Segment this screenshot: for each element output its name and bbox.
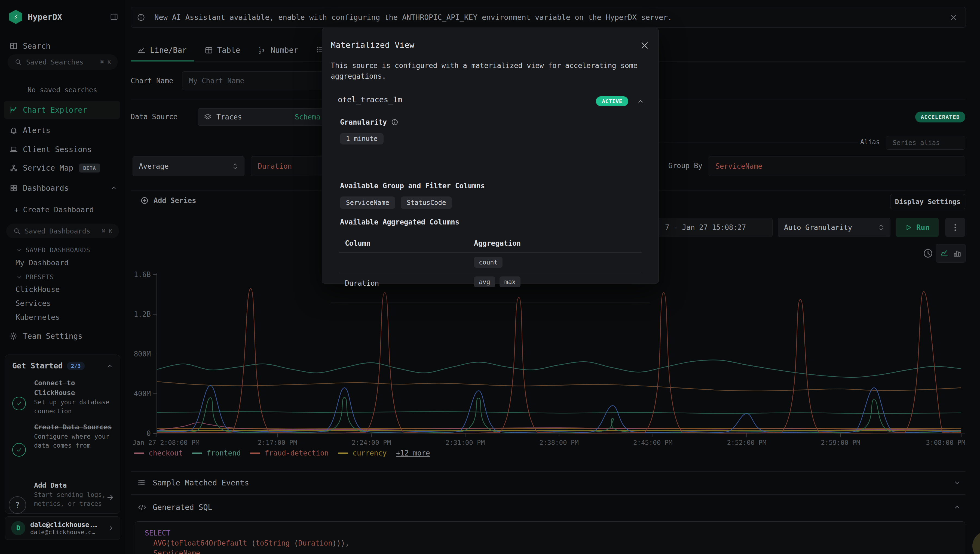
get-started-item-3[interactable]: Add Data Start sending logs, metrics, or… <box>34 481 113 508</box>
get-started-header[interactable]: Get Started 2/3 <box>12 361 113 370</box>
table-divider <box>339 274 642 274</box>
section-presets[interactable]: PRESETS <box>16 274 54 280</box>
x-tick-label: 2:24:00 PM <box>352 439 391 447</box>
generated-sql-code[interactable]: SELECT AVG(toFloat64OrDefault (toString … <box>135 521 965 554</box>
sidebar-item-my-dashboard[interactable]: My Dashboard <box>16 258 69 267</box>
sidebar-item-preset-kubernetes[interactable]: Kubernetes <box>16 313 60 322</box>
sidebar-item-alerts[interactable]: Alerts <box>0 123 125 138</box>
legend-more-link[interactable]: +12 more <box>396 449 430 457</box>
tab-table[interactable]: Table <box>205 46 240 55</box>
sidebar-item-team-settings[interactable]: Team Settings <box>0 328 125 344</box>
section-saved-dashboards[interactable]: SAVED DASHBOARDS <box>16 247 90 253</box>
shortcut-hint: ⌘ K <box>100 59 111 65</box>
user-account-card[interactable]: D dale@clickhouse.… dale@clickhouse.c… <box>5 516 120 540</box>
granularity-select[interactable]: Auto Granularity <box>778 218 891 237</box>
x-tick-label: 3:08:00 PM <box>926 439 966 447</box>
plus-circle-icon <box>140 196 149 205</box>
check-circle-icon <box>12 443 26 457</box>
help-button[interactable]: ? <box>9 496 26 514</box>
sidebar-item-preset-clickhouse[interactable]: ClickHouse <box>16 285 60 294</box>
legend-item-checkout[interactable]: checkout <box>134 449 183 457</box>
table-divider <box>339 252 642 253</box>
clock-icon[interactable] <box>923 248 933 258</box>
hyperdx-logo-icon: ⚡ <box>9 10 22 24</box>
table-icon <box>205 46 213 54</box>
legend-swatch <box>192 452 202 454</box>
legend-item-currency[interactable]: currency <box>338 449 387 457</box>
number-123-icon: 123 <box>258 46 266 54</box>
tab-line-bar[interactable]: Line/Bar <box>137 46 187 55</box>
sidebar-item-label: Alerts <box>23 126 50 135</box>
laptop-icon <box>10 145 18 153</box>
tab-number[interactable]: 123 Number <box>258 46 298 55</box>
sample-matched-events-header[interactable]: Sample Matched Events <box>137 477 965 488</box>
saved-dashboards-input[interactable]: Saved Dashboards ⌘ K <box>6 224 119 238</box>
task-title: Add Data <box>34 481 113 490</box>
granularity-row: Granularity <box>340 118 398 126</box>
svg-text:2: 2 <box>259 50 261 54</box>
sidebar-item-label: Dashboards <box>23 184 69 193</box>
x-tick-label: 2:59:00 PM <box>821 439 860 447</box>
get-started-item-1[interactable]: Connect to ClickHouse Set up your databa… <box>34 378 116 416</box>
modal-description: This source is configured with a materia… <box>331 60 651 82</box>
collapse-sidebar-icon[interactable] <box>110 13 118 21</box>
select-chevrons-icon <box>232 162 238 170</box>
alias-placeholder: Series alias <box>892 139 940 146</box>
data-source-select[interactable]: Traces Schema <box>198 108 327 126</box>
chart-line-icon <box>10 106 18 114</box>
sidebar-item-dashboards[interactable]: Dashboards <box>0 180 125 196</box>
chevron-up-icon[interactable] <box>637 97 644 105</box>
sidebar-item-label: Client Sessions <box>23 145 92 154</box>
close-icon[interactable] <box>950 14 958 21</box>
series-currency <box>157 430 961 431</box>
y-tick-label: 1.6B <box>134 271 151 279</box>
line-chart-toggle-icon[interactable] <box>940 249 949 258</box>
run-button[interactable]: Run <box>896 218 939 237</box>
group-filter-pill: ServiceName <box>340 196 395 209</box>
active-tab-indicator <box>131 60 194 62</box>
sidebar-item-chart-explorer[interactable]: Chart Explorer <box>4 101 120 119</box>
sidebar-item-preset-services[interactable]: Services <box>16 299 51 307</box>
schema-link[interactable]: Schema <box>295 113 320 121</box>
bar-chart-toggle-icon[interactable] <box>953 249 961 258</box>
aggregation-pill: count <box>474 257 502 268</box>
check-icon-wrap <box>12 388 29 410</box>
alias-input[interactable]: Series alias <box>886 136 965 150</box>
area-chart-icon <box>137 46 146 54</box>
chevron-up-icon <box>107 363 113 369</box>
time-range-input[interactable]: 7 - Jan 27 15:08:27 <box>658 218 773 237</box>
accelerated-badge: ACCELERATED <box>915 111 965 123</box>
sidebar-item-client-sessions[interactable]: Client Sessions <box>0 142 125 157</box>
sql-line: ServiceName, <box>145 548 955 554</box>
close-icon[interactable] <box>640 41 649 50</box>
data-source-label: Data Source <box>131 113 177 121</box>
saved-searches-input[interactable]: Saved Searches ⌘ K <box>8 54 118 70</box>
brand-row: ⚡ HyperDX <box>9 10 118 24</box>
chat-bubble[interactable] <box>972 531 980 554</box>
arrow-right-icon[interactable] <box>107 494 114 501</box>
legend-item-fraud-detection[interactable]: fraud-detection <box>250 449 328 457</box>
display-settings-button[interactable]: Display Settings <box>890 194 965 209</box>
sidebar-item-search[interactable]: Search <box>0 38 125 54</box>
group-by-input[interactable]: ServiceName <box>709 156 965 176</box>
view-name: otel_traces_1m <box>338 95 402 104</box>
alias-label: Alias <box>860 138 880 146</box>
add-series-button[interactable]: Add Series <box>140 196 196 205</box>
series-fraud-detection <box>157 288 961 433</box>
modal-title: Materialized View <box>331 40 414 50</box>
sql-line: AVG(toFloat64OrDefault (toString (Durati… <box>145 538 955 548</box>
aggregation-select[interactable]: Average <box>132 156 244 176</box>
avatar: D <box>11 521 25 535</box>
x-tick-label: 2:31:00 PM <box>446 439 485 447</box>
sidebar-item-service-map[interactable]: Service Map BETA <box>0 160 125 175</box>
modal-footer-divider <box>331 302 650 303</box>
task-desc: Start sending logs, metrics, or traces <box>34 490 113 508</box>
active-status-badge: ACTIVE <box>596 96 628 106</box>
create-dashboard-button[interactable]: + Create Dashboard <box>14 205 94 214</box>
more-options-button[interactable] <box>945 218 965 237</box>
legend-item-frontend[interactable]: frontend <box>192 449 241 457</box>
generated-sql-header[interactable]: Generated SQL <box>137 502 965 513</box>
timeseries-chart[interactable]: 1.6B1.2B800M400M0Jan 27 2:08:00 PM2:17:0… <box>125 267 980 457</box>
get-started-item-2[interactable]: Create Data Sources Configure where your… <box>34 422 116 450</box>
granularity-value-pill: 1 minute <box>340 133 384 145</box>
